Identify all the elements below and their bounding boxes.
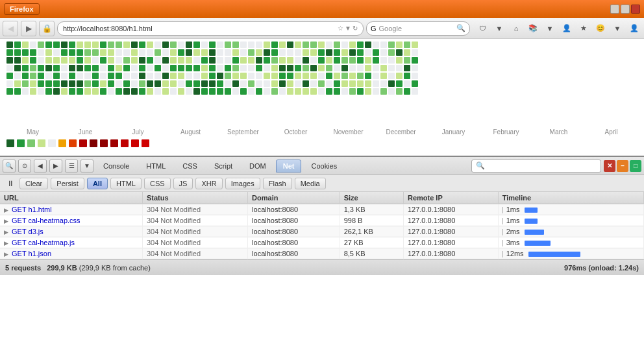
net-persist-button[interactable]: Persist xyxy=(51,178,84,189)
expand-icon[interactable]: ▶ xyxy=(4,218,8,224)
net-clear-button[interactable]: Clear xyxy=(19,178,48,189)
col-domain[interactable]: Domain xyxy=(248,192,340,204)
heatmap-cell xyxy=(209,49,216,56)
minimize-button[interactable] xyxy=(610,5,619,14)
refresh-icon[interactable]: ↻ xyxy=(353,25,358,32)
tab-html[interactable]: HTML xyxy=(139,160,173,172)
table-row[interactable]: ▶ GET d3.js 304 Not Modified localhost:8… xyxy=(0,226,644,237)
heatmap-cell xyxy=(139,49,145,56)
heatmap-cell xyxy=(147,65,153,71)
heatmap-cell xyxy=(279,42,286,48)
firebug-select-button[interactable]: ⊙ xyxy=(18,160,31,172)
col-status[interactable]: Status xyxy=(142,192,247,204)
table-row[interactable]: ▶ GET h1.json 304 Not Modified localhost… xyxy=(0,248,644,259)
search-bar[interactable]: G Google 🔍 xyxy=(366,21,470,36)
heatmap-cell xyxy=(357,73,364,79)
month-label: December xyxy=(375,128,427,136)
tab-dom[interactable]: DOM xyxy=(242,160,273,172)
heatmap-cell xyxy=(264,49,270,56)
expand-icon[interactable]: ▶ xyxy=(4,251,8,257)
firebug-dropdown-button[interactable]: ▼ xyxy=(80,160,93,172)
adblock-icon[interactable]: 🛡 xyxy=(475,21,489,36)
firebug-det-btn[interactable]: □ xyxy=(630,160,641,172)
heatmap-cell xyxy=(279,49,286,56)
heatmap-cell xyxy=(30,49,36,56)
col-url[interactable]: URL xyxy=(0,192,142,204)
net-flash-button[interactable]: Flash xyxy=(263,178,292,189)
heatmap-cell xyxy=(209,57,216,64)
firebug-close-btn[interactable]: ✕ xyxy=(604,160,615,172)
firebug-panel: 🔍 ⊙ ◀ ▶ ☰ ▼ Console HTML CSS Script DOM … xyxy=(0,156,644,275)
arrow-icon[interactable]: ▼ xyxy=(610,21,625,36)
cell-remote-ip: 127.0.0.1:8080 xyxy=(403,215,498,226)
close-button[interactable] xyxy=(631,5,640,14)
dropdown2-icon[interactable]: ▼ xyxy=(543,21,557,36)
heatmap-cell xyxy=(318,80,325,87)
col-size[interactable]: Size xyxy=(340,192,403,204)
col-timeline[interactable]: Timeline xyxy=(498,192,643,204)
heatmap-cell xyxy=(22,80,29,87)
firebug-back-button[interactable]: ◀ xyxy=(34,160,47,172)
heatmap-cell xyxy=(240,88,247,95)
net-images-button[interactable]: Images xyxy=(225,178,260,189)
net-media-button[interactable]: Media xyxy=(295,178,326,189)
tab-script[interactable]: Script xyxy=(207,160,240,172)
expand-icon[interactable]: ▶ xyxy=(4,207,8,213)
user2-icon[interactable]: 👤 xyxy=(627,21,641,36)
col-remote-ip[interactable]: Remote IP xyxy=(403,192,498,204)
table-row[interactable]: ▶ GET cal-heatmap.css 304 Not Modified l… xyxy=(0,215,644,226)
bookmarks-icon[interactable]: 📚 xyxy=(526,21,540,36)
tab-console[interactable]: Console xyxy=(96,160,136,172)
net-css-button[interactable]: CSS xyxy=(144,178,171,189)
net-xhr-button[interactable]: XHR xyxy=(195,178,222,189)
heatmap-cell xyxy=(318,65,325,71)
forward-button[interactable]: ▶ xyxy=(21,21,36,36)
back-button[interactable]: ◀ xyxy=(3,21,18,36)
firebug-inspect-button[interactable]: 🔍 xyxy=(3,160,16,172)
net-js-button[interactable]: JS xyxy=(173,178,193,189)
restore-button[interactable] xyxy=(621,5,630,14)
heatmap-cell xyxy=(295,65,301,71)
heatmap-cell xyxy=(38,73,44,79)
firebug-search[interactable]: 🔍 xyxy=(471,160,601,172)
firebug-forward-button[interactable]: ▶ xyxy=(49,160,62,172)
home-icon[interactable]: ⌂ xyxy=(509,21,523,36)
heatmap-cell xyxy=(170,88,177,95)
heatmap-cell xyxy=(217,49,223,56)
heatmap-cell xyxy=(310,42,317,48)
firebug-min-btn[interactable]: – xyxy=(617,160,628,172)
heatmap-cell xyxy=(92,80,99,87)
star-icon[interactable]: ★ xyxy=(576,21,591,36)
net-html-button[interactable]: HTML xyxy=(110,178,142,189)
dropdown-icon[interactable]: ▼ xyxy=(492,21,506,36)
table-row[interactable]: ▶ GET cal-heatmap.js 304 Not Modified lo… xyxy=(0,237,644,248)
net-pause-icon[interactable]: ⏸ xyxy=(4,177,17,190)
cell-size: 262,1 KB xyxy=(340,226,403,237)
heatmap-cell xyxy=(6,73,13,79)
url-bar[interactable]: http://localhost:8080/h1.html ☆ ▼ ↻ xyxy=(57,21,364,36)
heatmap-cell xyxy=(155,73,161,79)
heatmap-cell xyxy=(100,88,106,95)
heatmap-cell xyxy=(108,88,114,95)
tab-cookies[interactable]: Cookies xyxy=(304,160,344,172)
net-all-button[interactable]: All xyxy=(87,178,108,189)
heatmap-cell xyxy=(279,73,286,79)
expand-icon[interactable]: ▶ xyxy=(4,229,8,235)
heatmap-cell xyxy=(131,88,138,95)
user-icon[interactable]: 👤 xyxy=(560,21,574,36)
security-button[interactable]: 🔒 xyxy=(39,21,55,36)
emoji-icon[interactable]: 😊 xyxy=(593,21,608,36)
firebug-menu-button[interactable]: ☰ xyxy=(65,160,78,172)
tab-net[interactable]: Net xyxy=(276,160,302,172)
heatmap-cell xyxy=(225,49,231,56)
expand-icon[interactable]: ▶ xyxy=(4,240,8,246)
heatmap-cell xyxy=(53,80,60,87)
heatmap-cell xyxy=(396,49,402,56)
tab-css[interactable]: CSS xyxy=(175,160,204,172)
table-row[interactable]: ▶ GET h1.html 304 Not Modified localhost… xyxy=(0,204,644,215)
firefox-menu[interactable]: Firefox xyxy=(4,3,40,15)
heatmap-cell xyxy=(123,88,130,95)
heatmap-cell xyxy=(209,65,216,71)
heatmap-cell xyxy=(295,49,301,56)
heatmap-cell xyxy=(341,49,348,56)
